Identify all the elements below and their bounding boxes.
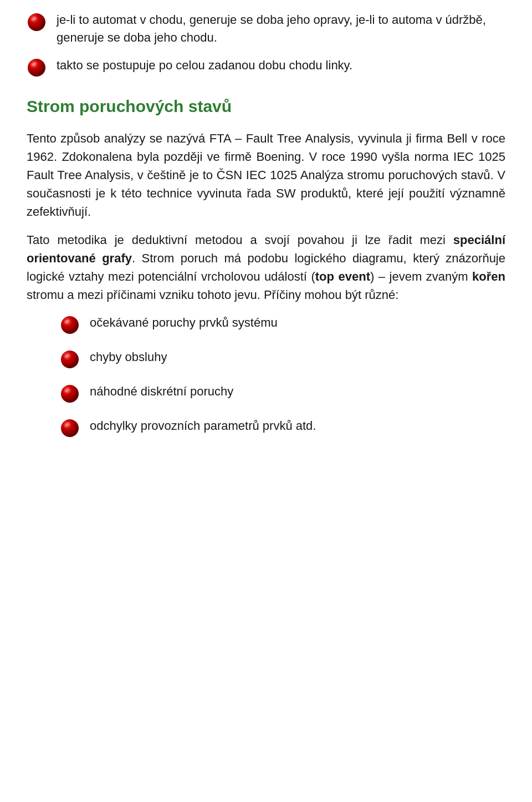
bullet-item-1: je-li to automat v chodu, generuje se do… xyxy=(27,11,505,47)
bold-koren: kořen xyxy=(472,270,505,283)
bullet-text-1: je-li to automat v chodu, generuje se do… xyxy=(57,11,505,47)
top-bullet-list: je-li to automat v chodu, generuje se do… xyxy=(27,11,505,78)
sub-bullet-text-3: náhodné diskrétní poruchy xyxy=(90,383,505,400)
bold-special-graphs: speciální orientované grafy xyxy=(27,233,505,265)
bullet-item-2: takto se postupuje po celou zadanou dobu… xyxy=(27,57,505,78)
red-ball-icon-sub-3 xyxy=(60,384,80,404)
svg-point-6 xyxy=(61,351,79,368)
red-ball-icon-sub-4 xyxy=(60,418,80,438)
sub-bullet-item-3: náhodné diskrétní poruchy xyxy=(60,383,505,404)
svg-point-10 xyxy=(61,419,79,437)
sub-bullet-text-2: chyby obsluhy xyxy=(90,348,505,366)
sub-bullet-list: očekávané poruchy prvků systému chyby ob… xyxy=(60,314,505,438)
sub-bullet-item-4: odchylky provozních parametrů prvků atd. xyxy=(60,417,505,438)
bold-top-event: top event xyxy=(315,270,370,283)
red-ball-icon-sub-1 xyxy=(60,315,80,335)
red-ball-icon-2 xyxy=(27,58,47,78)
sub-bullet-text-4: odchylky provozních parametrů prvků atd. xyxy=(90,417,505,435)
svg-point-0 xyxy=(28,13,45,31)
red-ball-icon-sub-2 xyxy=(60,349,80,369)
paragraph-1: Tento způsob analýzy se nazývá FTA – Fau… xyxy=(27,129,505,221)
section-heading: Strom poruchových stavů xyxy=(27,94,505,119)
svg-point-2 xyxy=(28,59,45,77)
red-ball-icon-1 xyxy=(27,12,47,32)
sub-bullet-text-1: očekávané poruchy prvků systému xyxy=(90,314,505,332)
sub-bullet-item-1: očekávané poruchy prvků systému xyxy=(60,314,505,335)
bullet-text-2: takto se postupuje po celou zadanou dobu… xyxy=(57,57,505,74)
svg-point-4 xyxy=(61,316,79,334)
sub-bullet-item-2: chyby obsluhy xyxy=(60,348,505,369)
paragraph-2: Tato metodika je deduktivní metodou a sv… xyxy=(27,231,505,304)
svg-point-8 xyxy=(61,385,79,403)
